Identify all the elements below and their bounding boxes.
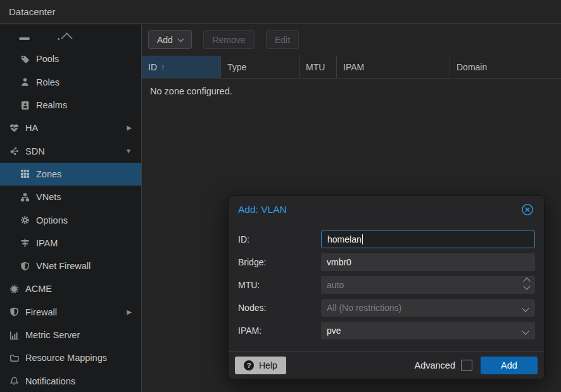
remove-button[interactable]: Remove — [203, 30, 254, 49]
ipam-label: IPAM: — [238, 326, 321, 336]
id-input[interactable]: homelan — [321, 231, 535, 248]
folder-icon — [9, 353, 19, 363]
sidebar-item-sdn[interactable]: SDN ▼ — [0, 139, 141, 162]
sidebar-item-label: SDN — [25, 146, 45, 156]
heartbeat-icon — [9, 123, 19, 133]
column-header-domain[interactable]: Domain — [450, 56, 561, 78]
ipam-select[interactable]: pve — [321, 322, 535, 339]
sidebar-item-label: Zones — [36, 169, 61, 179]
field-row-bridge: Bridge: vmbr0 — [238, 253, 535, 271]
id-label: ID: — [238, 234, 321, 244]
dialog-header[interactable]: Add: VLAN — [229, 196, 544, 224]
mtu-label: MTU: — [238, 280, 321, 290]
bridge-label: Bridge: — [238, 257, 321, 267]
share-nodes-icon — [9, 146, 19, 156]
add-button[interactable]: Add — [148, 30, 192, 49]
zones-toolbar: Add Remove Edit — [142, 25, 561, 56]
sort-ascending-icon: ↑ — [161, 62, 165, 72]
page-title: Datacenter — [0, 6, 55, 17]
sidebar-item-label: VNets — [36, 192, 61, 202]
signpost-icon — [20, 238, 30, 248]
caret-right-icon: ▶ — [127, 125, 132, 131]
proxmox-datacenter-window: Datacenter Pools Roles Realms — [0, 0, 561, 392]
dialog-body: ID: homelan Bridge: vmbr0 MTU: auto — [229, 224, 544, 351]
sidebar-item-vnets[interactable]: VNets — [0, 186, 141, 208]
tag-icon — [20, 54, 30, 64]
partial-dot — [58, 38, 60, 40]
bridge-input[interactable]: vmbr0 — [321, 253, 535, 271]
sidebar-item-label: Firewall — [25, 307, 57, 317]
text-cursor — [362, 234, 363, 244]
sidebar-item-resource-mappings[interactable]: Resource Mappings — [0, 346, 141, 369]
sidebar-item-ha[interactable]: HA ▶ — [0, 117, 141, 139]
field-row-nodes: Nodes: All (No restrictions) — [238, 299, 535, 317]
advanced-label: Advanced — [415, 360, 456, 370]
sidebar-item-label: Metric Server — [25, 330, 80, 340]
dialog-footer: ? Help Advanced Add — [229, 351, 544, 379]
sidebar-nav: Pools Roles Realms HA ▶ SDN — [0, 25, 142, 392]
dialog-add-button[interactable]: Add — [481, 357, 538, 374]
sidebar-item-label: VNet Firewall — [36, 261, 91, 271]
caret-right-icon: ▶ — [127, 309, 132, 315]
sidebar-item-label: Roles — [36, 77, 60, 87]
sidebar-item-roles[interactable]: Roles — [0, 71, 141, 94]
bell-icon — [9, 376, 19, 386]
sidebar-item-notifications[interactable]: Notifications — [0, 369, 141, 392]
spinner-arrows-icon[interactable] — [524, 279, 529, 289]
gear-icon — [20, 215, 30, 225]
dialog-title: Add: VLAN — [238, 204, 287, 215]
sidebar-item-pools[interactable]: Pools — [0, 47, 141, 70]
sidebar-item-metric-server[interactable]: Metric Server — [0, 324, 141, 346]
sidebar-item-label: Resource Mappings — [25, 353, 107, 363]
shield-icon — [20, 261, 30, 271]
sitemap-icon — [20, 192, 30, 202]
sidebar-item-options[interactable]: Options — [0, 208, 141, 231]
sidebar-item-acme[interactable]: ACME — [0, 277, 141, 300]
field-row-id: ID: homelan — [238, 231, 535, 248]
nodes-select[interactable]: All (No restrictions) — [321, 299, 535, 317]
close-icon[interactable] — [520, 203, 534, 217]
sidebar-item-vnet-firewall[interactable]: VNet Firewall — [0, 255, 141, 277]
sidebar-item-firewall[interactable]: Firewall ▶ — [0, 301, 141, 324]
partial-icon — [19, 37, 30, 40]
sidebar-item-partial[interactable] — [0, 25, 141, 47]
chevron-down-icon — [177, 35, 184, 42]
column-header-type[interactable]: Type — [221, 56, 299, 78]
sidebar-item-label: IPAM — [36, 238, 58, 248]
grid-icon — [20, 169, 30, 179]
field-row-ipam: IPAM: pve — [238, 322, 535, 339]
sidebar-item-label: Pools — [36, 54, 59, 64]
question-mark-icon: ? — [244, 360, 254, 370]
edit-button[interactable]: Edit — [266, 30, 299, 49]
field-row-mtu: MTU: auto — [238, 276, 535, 294]
user-icon — [20, 77, 30, 87]
chevron-down-icon — [522, 327, 529, 334]
column-header-id[interactable]: ID ↑ — [142, 56, 221, 78]
bar-chart-icon — [9, 330, 19, 340]
mtu-spinner[interactable]: auto — [321, 276, 535, 294]
empty-state-text: No zone configured. — [142, 79, 561, 104]
sidebar-item-label: Notifications — [25, 376, 75, 386]
column-header-mtu[interactable]: MTU — [299, 56, 337, 78]
column-header-ipam[interactable]: IPAM — [337, 56, 450, 78]
shield-icon — [9, 307, 19, 317]
chevron-down-icon — [522, 305, 529, 312]
sidebar-item-ipam[interactable]: IPAM — [0, 232, 141, 255]
sidebar-item-zones[interactable]: Zones — [0, 163, 141, 186]
sidebar-item-label: ACME — [25, 284, 52, 294]
help-button[interactable]: ? Help — [235, 357, 286, 374]
chevron-up-icon — [61, 32, 72, 44]
top-bar: Datacenter — [0, 0, 561, 24]
address-book-icon — [20, 100, 30, 110]
sidebar-item-label: Options — [36, 215, 68, 225]
nodes-label: Nodes: — [238, 303, 321, 313]
add-vlan-dialog: Add: VLAN ID: homelan Bridge: vmbr0 MT — [228, 195, 545, 379]
advanced-checkbox[interactable] — [461, 360, 472, 371]
seal-icon — [9, 284, 19, 294]
zones-table-header: ID ↑ Type MTU IPAM Domain — [142, 56, 561, 79]
sidebar-item-label: HA — [25, 123, 38, 133]
caret-down-icon: ▼ — [125, 148, 132, 155]
sidebar-item-label: Realms — [36, 100, 67, 110]
sidebar-item-realms[interactable]: Realms — [0, 94, 141, 117]
